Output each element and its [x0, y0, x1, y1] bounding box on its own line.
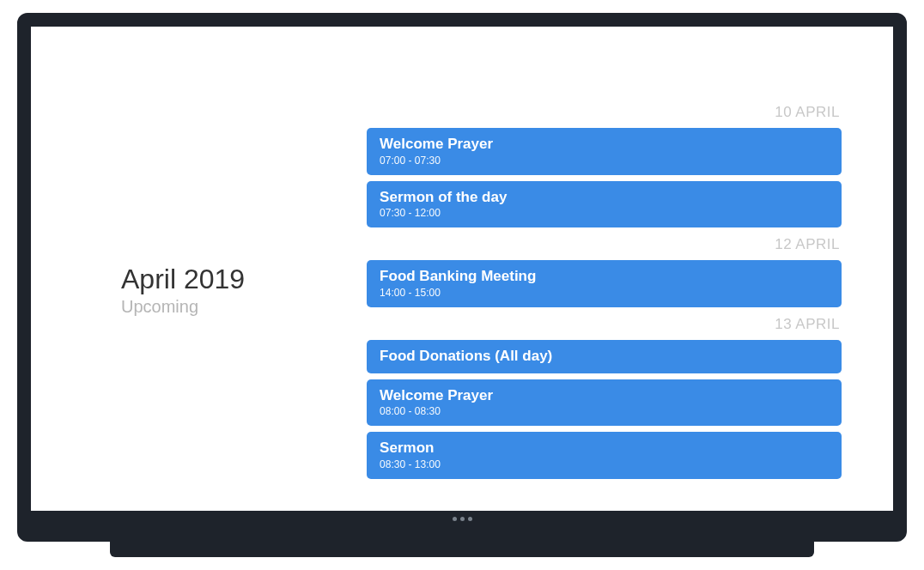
page-subtitle: Upcoming	[121, 297, 367, 317]
event-time: 08:30 - 13:00	[380, 458, 829, 470]
day-header: 12 APRIL	[367, 236, 840, 253]
event-card[interactable]: Welcome Prayer 07:00 - 07:30	[367, 128, 842, 174]
indicator-dot-icon	[468, 517, 472, 521]
event-card[interactable]: Food Donations (All day)	[367, 340, 842, 373]
screen-content: April 2019 Upcoming 10 APRIL Welcome Pra…	[31, 27, 893, 510]
events-column: 10 APRIL Welcome Prayer 07:00 - 07:30 Se…	[367, 95, 859, 484]
event-card[interactable]: Sermon 08:30 - 13:00	[367, 432, 842, 478]
event-time: 08:00 - 08:30	[380, 405, 829, 417]
event-time: 14:00 - 15:00	[380, 287, 829, 299]
monitor-bezel: April 2019 Upcoming 10 APRIL Welcome Pra…	[17, 13, 907, 541]
event-time: 07:00 - 07:30	[380, 155, 829, 167]
event-card[interactable]: Food Banking Meeting 14:00 - 15:00	[367, 260, 842, 306]
event-title: Sermon	[380, 440, 829, 457]
event-title: Welcome Prayer	[380, 136, 829, 153]
bezel-button-row	[30, 511, 894, 528]
event-title: Sermon of the day	[380, 189, 829, 206]
display-frame: April 2019 Upcoming 10 APRIL Welcome Pra…	[17, 13, 907, 556]
event-time: 07:30 - 12:00	[380, 207, 829, 219]
page-title: April 2019	[121, 264, 367, 295]
day-header: 13 APRIL	[367, 316, 840, 333]
event-card[interactable]: Welcome Prayer 08:00 - 08:30	[367, 379, 842, 426]
event-card[interactable]: Sermon of the day 07:30 - 12:00	[367, 181, 842, 227]
event-title: Food Donations (All day)	[380, 348, 829, 365]
event-title: Food Banking Meeting	[380, 268, 829, 285]
sidebar: April 2019 Upcoming	[65, 95, 367, 484]
monitor-stand	[110, 542, 814, 557]
indicator-dot-icon	[453, 517, 457, 521]
day-header: 10 APRIL	[367, 104, 840, 121]
event-title: Welcome Prayer	[380, 387, 829, 404]
indicator-dot-icon	[460, 517, 465, 521]
